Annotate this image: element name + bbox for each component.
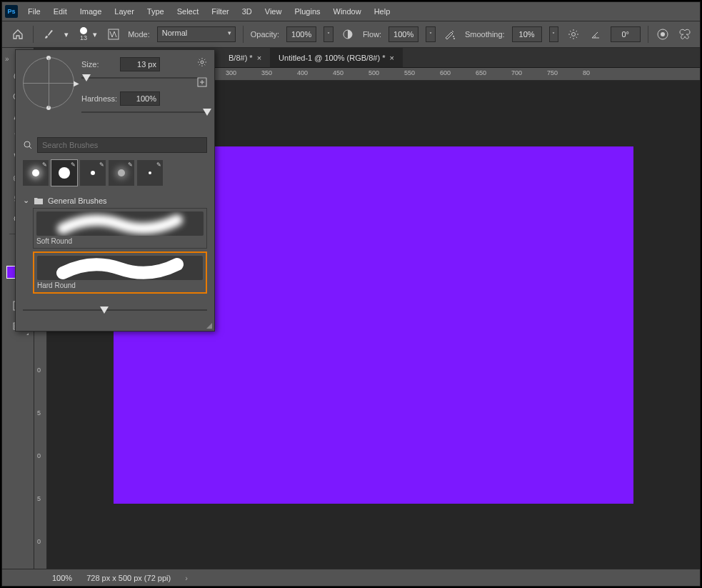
- recent-brush-selected[interactable]: ✎: [51, 160, 77, 186]
- panel-menu-button[interactable]: [197, 57, 207, 67]
- search-icon: [23, 140, 33, 150]
- menu-window[interactable]: Window: [328, 4, 367, 19]
- zoom-level[interactable]: 100%: [52, 574, 72, 582]
- close-tab-icon[interactable]: ×: [257, 54, 261, 62]
- pressure-size-button[interactable]: [656, 26, 671, 42]
- menu-image[interactable]: Image: [74, 4, 108, 19]
- recent-brush[interactable]: ✎: [80, 160, 106, 186]
- panel-resize-handle[interactable]: [204, 321, 213, 329]
- menu-type[interactable]: Type: [141, 4, 170, 19]
- menu-plugins[interactable]: Plugins: [289, 4, 326, 19]
- hardness-input[interactable]: [120, 91, 160, 106]
- angle-handle[interactable]: [46, 106, 51, 110]
- ruler-tick: 500: [368, 69, 379, 76]
- menu-file[interactable]: File: [22, 4, 46, 19]
- menu-filter[interactable]: Filter: [206, 4, 234, 19]
- separator: [33, 26, 34, 43]
- flow-value[interactable]: 100%: [388, 26, 418, 42]
- recent-brush[interactable]: ✎: [137, 160, 163, 186]
- menu-layer[interactable]: Layer: [109, 4, 140, 19]
- airbrush-button[interactable]: [443, 26, 458, 42]
- mode-select[interactable]: Normal: [157, 26, 236, 42]
- recent-brush[interactable]: ✎: [109, 160, 134, 186]
- options-bar: ▾ 13 ▾ Mode: Normal Opacity: 100% ˅ Flow…: [2, 21, 700, 48]
- tool-preset-chev[interactable]: ▾: [63, 30, 70, 39]
- ruler-tick: 80: [583, 69, 590, 76]
- ruler-tick: 5: [37, 409, 41, 417]
- opacity-pressure-button[interactable]: [341, 26, 356, 42]
- smoothing-chev[interactable]: ˅: [549, 26, 559, 42]
- symmetry-button[interactable]: [678, 26, 693, 42]
- brush-dot-icon: [80, 27, 87, 34]
- preset-label: Soft Round: [36, 237, 204, 245]
- menu-3d[interactable]: 3D: [236, 4, 258, 19]
- pen-icon: ✎: [71, 161, 76, 168]
- svg-point-15: [24, 141, 30, 147]
- angle-arrow-icon: ▶: [74, 79, 79, 87]
- ruler-tick: 550: [404, 69, 415, 76]
- new-brush-button[interactable]: [197, 77, 207, 87]
- brush-folder[interactable]: ⌄ General Brushes: [23, 193, 207, 208]
- separator: [243, 26, 244, 43]
- preset-label: Hard Round: [37, 281, 203, 289]
- menubar: Ps File Edit Image Layer Type Select Fil…: [2, 2, 700, 21]
- brush-search-input[interactable]: [37, 137, 207, 153]
- brush-size-num: 13: [80, 34, 87, 41]
- opacity-label: Opacity:: [251, 30, 279, 39]
- document-tab-active[interactable]: Untitled-1 @ 100% (RGB/8#) *×: [270, 48, 403, 67]
- hardness-slider[interactable]: [81, 109, 207, 119]
- angle-icon: [590, 29, 601, 40]
- ruler-tick: 5: [37, 495, 41, 502]
- airbrush-icon: [443, 28, 456, 41]
- size-label: Size:: [81, 60, 120, 69]
- menu-edit[interactable]: Edit: [48, 4, 73, 19]
- menu-select[interactable]: Select: [171, 4, 205, 19]
- ruler-tick: 400: [297, 69, 308, 76]
- pen-icon: ✎: [128, 161, 133, 168]
- brush-picker-chev[interactable]: ▾: [91, 30, 99, 39]
- hardness-label: Hardness:: [81, 94, 120, 103]
- svg-point-13: [201, 61, 204, 64]
- menu-help[interactable]: Help: [368, 4, 396, 19]
- size-input[interactable]: [120, 57, 160, 71]
- flow-chev[interactable]: ˅: [426, 26, 436, 42]
- home-button[interactable]: [9, 26, 26, 43]
- status-chev[interactable]: ›: [185, 574, 188, 582]
- document-tab[interactable]: B/8#) *×: [220, 48, 270, 67]
- separator: [648, 26, 648, 43]
- stroke-preview: [36, 211, 204, 236]
- brush-preview-dot[interactable]: 13: [77, 24, 90, 44]
- brush-preset[interactable]: Soft Round: [33, 208, 207, 249]
- brush-tool-indicator[interactable]: [41, 26, 56, 42]
- gear-icon: [568, 29, 579, 40]
- brush-settings-button[interactable]: [106, 26, 121, 42]
- thumbnail-size-slider[interactable]: [23, 307, 207, 317]
- ruler-tick: 650: [476, 69, 486, 76]
- close-tab-icon[interactable]: ×: [389, 54, 393, 62]
- angle-icon-button[interactable]: [588, 26, 603, 42]
- ruler-tick: 350: [261, 69, 272, 76]
- svg-point-6: [661, 32, 665, 36]
- ruler-tick: 300: [226, 69, 236, 76]
- angle-value[interactable]: 0°: [611, 26, 641, 42]
- brush-size-preview[interactable]: 13 ▾: [77, 24, 99, 44]
- pen-icon: ✎: [42, 161, 47, 168]
- smoothing-options-button[interactable]: [566, 26, 581, 42]
- angle-handle[interactable]: [46, 56, 51, 60]
- butterfly-icon: [678, 29, 692, 40]
- brush-angle-control[interactable]: ▶: [23, 57, 74, 109]
- ruler-tick: 700: [511, 69, 522, 76]
- smoothing-value[interactable]: 10%: [512, 26, 542, 42]
- recent-brush[interactable]: ✎: [23, 160, 49, 186]
- doc-info[interactable]: 728 px x 500 px (72 ppi): [86, 574, 171, 582]
- menu-view[interactable]: View: [259, 4, 288, 19]
- opacity-chev[interactable]: ˅: [324, 26, 334, 42]
- pressure-opacity-icon: [341, 28, 354, 41]
- brush-preset[interactable]: Hard Round: [33, 251, 207, 294]
- ruler-tick: 0: [37, 367, 41, 374]
- smoothing-label: Smoothing:: [465, 30, 505, 39]
- size-slider[interactable]: [81, 74, 207, 84]
- home-icon: [12, 29, 24, 40]
- app-logo: Ps: [5, 5, 18, 18]
- opacity-value[interactable]: 100%: [286, 26, 316, 42]
